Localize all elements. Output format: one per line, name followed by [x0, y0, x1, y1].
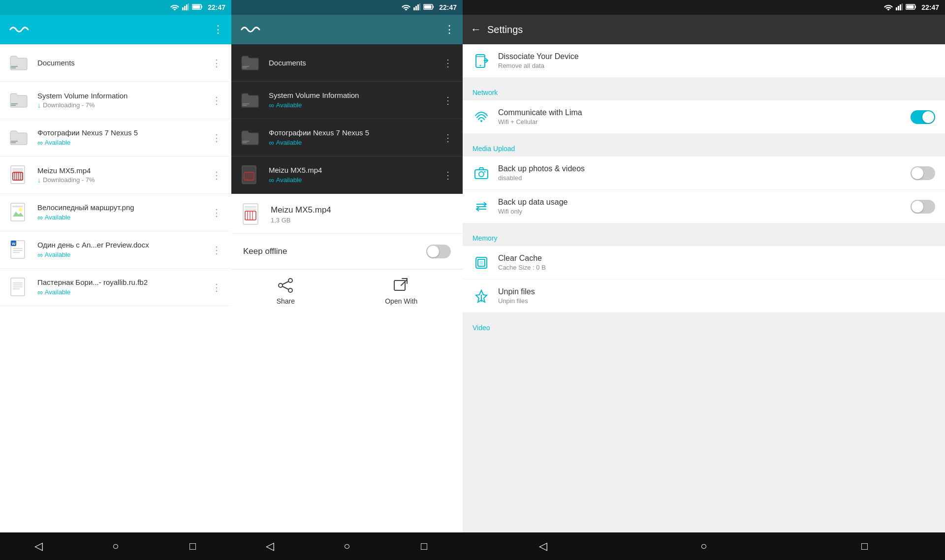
file-item-odin[interactable]: W Один день с An...er Preview.docx ∞ Ava…: [0, 231, 231, 269]
divider-video: [463, 313, 945, 317]
file-info-paster: Пастернак Бори...- royallib.ru.fb2 ∞ Ava…: [37, 278, 210, 296]
download-arrow-icon: ↓: [37, 101, 41, 109]
file-name-documents: Documents: [37, 59, 210, 67]
svg-rect-72: [900, 4, 901, 10]
back-btn-3[interactable]: ◁: [528, 536, 558, 556]
clear-cache-text: Clear Cache Cache Size : 0 B: [498, 254, 935, 271]
file-more-meizu[interactable]: ⋮: [210, 167, 223, 183]
settings-item-clear-cache[interactable]: Clear Cache Cache Size : 0 B: [463, 246, 945, 280]
dissociate-title: Dissociate Your Device: [498, 52, 935, 61]
svg-rect-47: [242, 105, 247, 106]
settings-item-backup-data[interactable]: Back up data usage Wifi only: [463, 190, 945, 223]
bg-file-list-2: Documents ⋮ System Volume Information ∞ …: [231, 44, 463, 194]
backup-photos-sub: disabled: [498, 174, 903, 182]
time-1: 22:47: [208, 3, 225, 11]
signal-icon-3: [896, 3, 903, 12]
share-btn[interactable]: Share: [277, 278, 295, 305]
battery-icon-2: [423, 4, 434, 11]
svg-point-65: [288, 288, 292, 292]
settings-item-unpin[interactable]: Unpin files Unpin files: [463, 280, 945, 313]
status-bar-3: 22:47: [463, 0, 945, 15]
settings-back-btn[interactable]: ←: [471, 23, 481, 36]
svg-rect-29: [13, 248, 23, 249]
file-sub-odin: ∞ Available: [37, 250, 210, 259]
settings-item-dissociate[interactable]: Dissociate Your Device Remove all data: [463, 44, 945, 78]
home-btn-2[interactable]: ○: [332, 536, 362, 556]
communicate-title: Communicate with Lima: [498, 108, 903, 117]
svg-rect-46: [242, 103, 249, 104]
file-more-sysvolume[interactable]: ⋮: [210, 93, 223, 108]
bg-folder-icon-photos: [239, 127, 261, 149]
svg-text:W: W: [12, 242, 16, 246]
backup-data-text: Back up data usage Wifi only: [498, 198, 903, 215]
file-more-documents[interactable]: ⋮: [210, 55, 223, 71]
backup-data-sub: Wifi only: [498, 208, 903, 215]
infinity-icon-odin: ∞: [37, 250, 43, 259]
communicate-toggle-knob: [922, 111, 934, 123]
backup-photos-text: Back up photos & videos disabled: [498, 164, 903, 182]
recent-btn-2[interactable]: □: [410, 536, 439, 556]
backup-photos-toggle[interactable]: [911, 166, 935, 180]
home-btn-3[interactable]: ○: [689, 536, 719, 556]
keep-offline-row[interactable]: Keep offline: [231, 234, 463, 269]
home-btn-1[interactable]: ○: [101, 536, 130, 556]
folder-icon-photos: [8, 127, 30, 149]
backup-data-toggle[interactable]: [911, 200, 935, 214]
file-item-bike[interactable]: Велосипедный маршрут.png ∞ Available ⋮: [0, 194, 231, 231]
more-menu-2[interactable]: ⋮: [444, 23, 455, 36]
download-arrow-meizu: ↓: [37, 176, 41, 184]
section-media-header: Media Upload: [463, 138, 945, 156]
back-btn-2[interactable]: ◁: [255, 536, 284, 556]
file-item-meizu[interactable]: Meizu MX5.mp4 ↓ Downloading - 7% ⋮: [0, 156, 231, 194]
more-menu-1[interactable]: ⋮: [213, 23, 223, 36]
file-sub-photos: ∞ Available: [37, 138, 210, 147]
folder-icon-documents: [8, 52, 30, 74]
file-info-meizu: Meizu MX5.mp4 ↓ Downloading - 7%: [37, 166, 210, 184]
file-item-sysvolume[interactable]: System Volume Information ↓ Downloading …: [0, 82, 231, 119]
panel-2-content: Documents ⋮ System Volume Information ∞ …: [231, 44, 463, 532]
topbar-settings: ← Settings: [463, 15, 945, 44]
svg-rect-42: [433, 6, 434, 8]
svg-rect-49: [242, 142, 247, 143]
svg-rect-9: [11, 103, 18, 104]
back-btn-1[interactable]: ◁: [24, 536, 53, 556]
svg-rect-68: [394, 280, 405, 290]
svg-rect-37: [413, 7, 415, 10]
action-row: Share Open With: [231, 269, 463, 313]
infinity-icon-bike: ∞: [37, 213, 43, 221]
file-name-photos: Фотографии Nexus 7 Nexus 5: [37, 128, 210, 137]
svg-rect-6: [193, 5, 200, 8]
svg-rect-10: [11, 105, 16, 106]
settings-item-communicate[interactable]: Communicate with Lima Wifi + Cellular: [463, 100, 945, 134]
bg-file-documents: Documents ⋮: [231, 44, 463, 82]
file-more-bike[interactable]: ⋮: [210, 205, 223, 220]
communicate-toggle[interactable]: [911, 110, 935, 124]
bg-file-meizu: Meizu MX5.mp4 ∞ Available ⋮: [231, 156, 463, 194]
svg-rect-2: [186, 4, 188, 10]
file-item-documents[interactable]: Documents ⋮: [0, 44, 231, 82]
open-with-btn[interactable]: Open With: [385, 278, 417, 305]
file-item-photos[interactable]: Фотографии Nexus 7 Nexus 5 ∞ Available ⋮: [0, 119, 231, 156]
recent-btn-3[interactable]: □: [850, 536, 880, 556]
open-with-icon: [393, 278, 409, 293]
file-item-paster[interactable]: Пастернак Бори...- royallib.ru.fb2 ∞ Ava…: [0, 269, 231, 306]
file-more-photos[interactable]: ⋮: [210, 130, 223, 146]
file-more-paster[interactable]: ⋮: [210, 280, 223, 295]
context-file-header: Meizu MX5.mp4 1,3 GB: [231, 194, 463, 234]
settings-item-backup-photos[interactable]: Back up photos & videos disabled: [463, 156, 945, 190]
file-sub-bike: ∞ Available: [37, 213, 210, 221]
svg-rect-38: [415, 6, 417, 10]
nav-bar-3: ◁ ○ □: [463, 532, 945, 560]
svg-line-66: [283, 281, 288, 284]
file-more-odin[interactable]: ⋮: [210, 242, 223, 258]
svg-rect-76: [907, 5, 914, 8]
recent-btn-1[interactable]: □: [178, 536, 208, 556]
context-sheet: Meizu MX5.mp4 1,3 GB Keep offline: [231, 194, 463, 532]
svg-point-87: [484, 171, 486, 172]
video-icon-meizu: [8, 164, 30, 186]
bg-folder-icon-docs: [239, 52, 261, 74]
bg-folder-icon-sysvolume: [239, 90, 261, 111]
settings-title: Settings: [487, 24, 937, 35]
keep-offline-toggle[interactable]: [426, 245, 451, 258]
svg-rect-11: [11, 141, 18, 142]
